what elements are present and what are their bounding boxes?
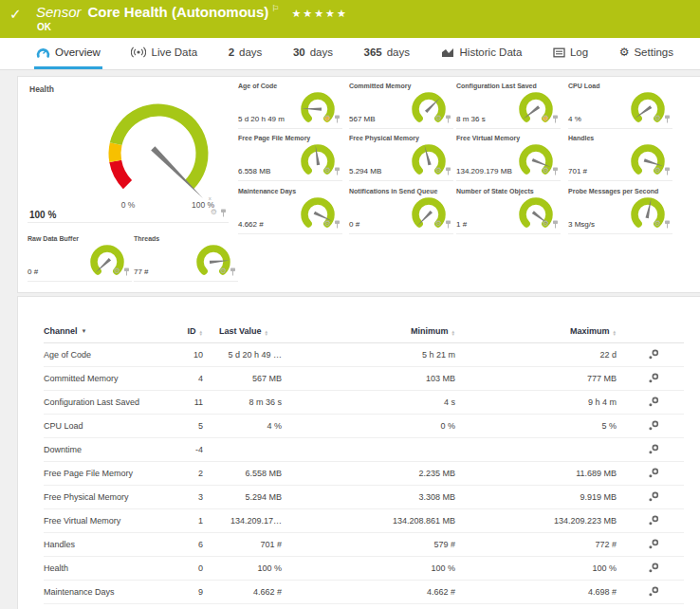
cell-channel: Age of Code: [44, 350, 186, 360]
col-header-last-value[interactable]: Last Value▲▼: [207, 326, 286, 337]
gauge-tile: Age of Code 5 d 20 h 49 m ⚙: [238, 82, 344, 129]
gauge-value: 4.662 #: [238, 220, 264, 229]
tab-2-days[interactable]: 2 days: [227, 38, 265, 69]
tab-30-days[interactable]: 30 days: [291, 38, 335, 69]
gauge-tile: Threads 77 # ⚙: [134, 234, 240, 282]
gauge-tile: Number of State Objects 1 # ⚙: [456, 187, 562, 234]
tab-label: Historic Data: [460, 46, 523, 58]
gear-icon[interactable]: ⚙: [435, 115, 442, 122]
gear-icon[interactable]: ⚙: [324, 220, 331, 228]
gear-icon[interactable]: ⚙: [324, 167, 331, 175]
gear-icon: ⚙: [619, 46, 630, 59]
tab-log[interactable]: Log: [551, 38, 590, 69]
channel-settings-icon[interactable]: [649, 423, 659, 433]
gear-icon[interactable]: ⚙: [220, 268, 227, 275]
tile-separator: [456, 180, 561, 181]
channel-settings-icon[interactable]: [649, 589, 659, 599]
cell-id: 9: [186, 587, 207, 597]
channel-settings-icon[interactable]: [649, 352, 659, 361]
channel-settings-icon[interactable]: [649, 399, 659, 409]
tab-365-days[interactable]: 365 days: [362, 38, 412, 69]
tab-settings[interactable]: ⚙ Settings: [617, 38, 675, 69]
pin-icon[interactable]: [334, 215, 341, 232]
pin-icon[interactable]: [334, 162, 341, 179]
gear-icon[interactable]: ⚙: [654, 167, 661, 175]
channel-settings-icon[interactable]: [649, 518, 659, 527]
gear-icon[interactable]: ⚙: [654, 115, 661, 122]
gear-icon[interactable]: ⚙: [543, 167, 549, 175]
tab-label: Log: [570, 46, 588, 58]
gear-icon[interactable]: ⚙: [543, 220, 549, 228]
pin-icon[interactable]: [664, 110, 671, 127]
pin-icon[interactable]: [664, 215, 671, 232]
col-header-label: Last Value: [219, 326, 262, 336]
channel-settings-icon[interactable]: [649, 542, 659, 551]
tile-separator: [349, 128, 453, 129]
cell-maximum: 22 d: [459, 350, 620, 360]
table-row: Free Page File Memory 2 6.558 MB 2.235 M…: [44, 462, 684, 486]
pin-icon[interactable]: [445, 215, 451, 232]
gauge-value: 0 #: [349, 220, 359, 229]
col-header-maximum[interactable]: Maximum▲▼: [459, 326, 620, 337]
cell-channel: Committed Memory: [44, 374, 186, 383]
tile-icons: ⚙: [435, 110, 451, 127]
tab-label: days: [387, 46, 410, 58]
gauge-value: 6.558 MB: [238, 167, 270, 175]
channel-settings-icon[interactable]: [649, 565, 659, 575]
cell-minimum: 2.235 MB: [286, 469, 459, 478]
tile-icons: ⚙: [435, 162, 451, 179]
tile-icons: ⚙: [435, 215, 451, 232]
gear-icon[interactable]: ⚙: [654, 220, 661, 228]
sort-icon[interactable]: ▲▼: [265, 330, 268, 337]
tile-icons: ⚙: [543, 162, 559, 179]
tab-live-data[interactable]: Live Data: [129, 38, 199, 69]
sort-icon[interactable]: ▲▼: [199, 330, 203, 337]
pin-icon[interactable]: [334, 110, 341, 127]
tab-overview[interactable]: Overview: [34, 38, 102, 69]
sorted-desc-icon[interactable]: ▼: [82, 328, 87, 334]
pin-icon[interactable]: [552, 215, 559, 232]
pin-icon[interactable]: [230, 263, 236, 280]
pin-icon[interactable]: [445, 162, 451, 179]
cell-last-value: 6.558 MB: [207, 469, 286, 478]
gear-icon[interactable]: ⚙: [211, 209, 217, 216]
gauge-title: Committed Memory: [349, 83, 411, 89]
health-gauge-dial: x: [100, 92, 218, 211]
gear-icon[interactable]: ⚙: [543, 115, 549, 122]
gear-icon[interactable]: ⚙: [114, 268, 120, 275]
gauge-tile: Notifications in Send Queue 0 # ⚙: [349, 187, 455, 234]
sort-icon[interactable]: ▲▼: [613, 330, 617, 337]
col-header-minimum[interactable]: Minimum▲▼: [286, 326, 459, 337]
col-header-id[interactable]: ID▲▼: [186, 326, 207, 337]
gauge-value: 1 #: [456, 220, 467, 229]
channel-settings-icon[interactable]: [649, 447, 659, 456]
table-row: CPU Load 5 4 % 0 % 5 %: [44, 415, 684, 438]
pin-icon[interactable]: [123, 263, 130, 280]
pin-icon[interactable]: [220, 204, 227, 221]
pin-icon[interactable]: [664, 162, 671, 179]
pin-icon[interactable]: [552, 162, 559, 179]
pin-icon[interactable]: [552, 110, 559, 127]
tab-historic-data[interactable]: Historic Data: [439, 38, 525, 69]
gauge-title: Free Page File Memory: [238, 135, 310, 141]
sort-icon[interactable]: ▲▼: [451, 330, 455, 337]
gear-icon[interactable]: ⚙: [435, 167, 442, 175]
channel-settings-icon[interactable]: [649, 494, 659, 504]
channel-settings-icon[interactable]: [649, 471, 659, 480]
gauge-title: Free Virtual Memory: [456, 135, 520, 141]
table-row: Free Physical Memory 3 5.294 MB 3.308 MB…: [44, 486, 684, 509]
flag-icon[interactable]: ⚐: [271, 4, 279, 13]
col-header-channel[interactable]: Channel▼: [44, 326, 186, 336]
tab-label: Settings: [634, 46, 673, 58]
cell-last-value: 5 d 20 h 49 …: [207, 350, 286, 360]
cell-channel: Maintenance Days: [44, 587, 186, 597]
gear-icon[interactable]: ⚙: [435, 220, 442, 228]
broadcast-icon: [131, 46, 146, 58]
tile-separator: [349, 180, 453, 181]
log-icon: [553, 47, 565, 58]
gauge-tile: Free Page File Memory 6.558 MB ⚙: [238, 134, 344, 181]
pin-icon[interactable]: [445, 110, 451, 127]
priority-stars[interactable]: ★★★★★: [291, 8, 347, 20]
channel-settings-icon[interactable]: [649, 376, 659, 385]
gear-icon[interactable]: ⚙: [324, 115, 331, 122]
